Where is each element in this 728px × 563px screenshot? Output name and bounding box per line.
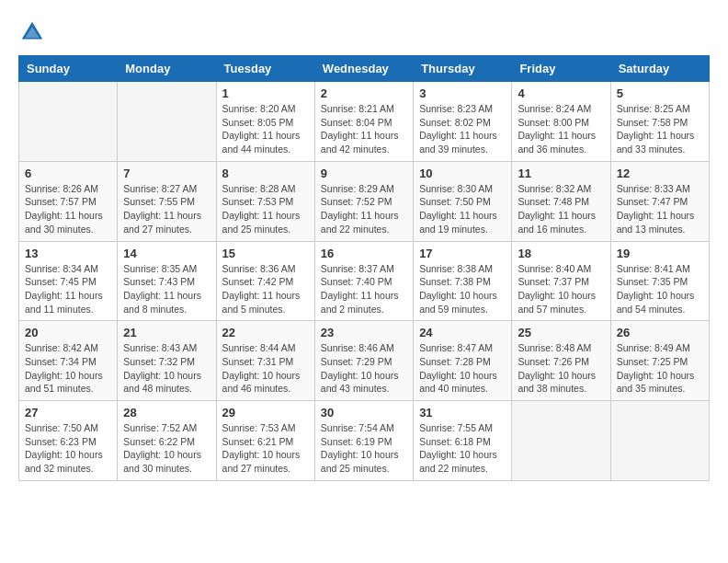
- calendar-cell: 18Sunrise: 8:40 AM Sunset: 7:37 PM Dayli…: [512, 241, 610, 321]
- day-number: 22: [222, 326, 309, 339]
- calendar-cell: 25Sunrise: 8:48 AM Sunset: 7:26 PM Dayli…: [512, 321, 610, 401]
- day-number: 29: [222, 406, 309, 419]
- calendar-cell: 29Sunrise: 7:53 AM Sunset: 6:21 PM Dayli…: [216, 401, 314, 481]
- day-detail: Sunrise: 8:23 AM Sunset: 8:02 PM Dayligh…: [419, 102, 506, 156]
- day-number: 19: [617, 247, 703, 260]
- calendar-cell: 14Sunrise: 8:35 AM Sunset: 7:43 PM Dayli…: [118, 241, 216, 321]
- day-detail: Sunrise: 7:54 AM Sunset: 6:19 PM Dayligh…: [321, 421, 407, 476]
- day-number: 10: [419, 167, 506, 180]
- day-number: 20: [25, 326, 111, 339]
- weekday-header: Thursday: [414, 56, 512, 82]
- calendar-week-row: 6Sunrise: 8:26 AM Sunset: 7:57 PM Daylig…: [19, 161, 710, 241]
- weekday-header: Sunday: [19, 56, 118, 82]
- calendar-cell: 3Sunrise: 8:23 AM Sunset: 8:02 PM Daylig…: [414, 82, 512, 162]
- calendar-cell: 1Sunrise: 8:20 AM Sunset: 8:05 PM Daylig…: [216, 82, 314, 162]
- day-number: 28: [123, 406, 210, 419]
- day-detail: Sunrise: 8:43 AM Sunset: 7:32 PM Dayligh…: [123, 341, 210, 396]
- day-detail: Sunrise: 8:27 AM Sunset: 7:55 PM Dayligh…: [123, 182, 210, 236]
- day-detail: Sunrise: 8:41 AM Sunset: 7:35 PM Dayligh…: [617, 262, 703, 316]
- calendar-cell: 16Sunrise: 8:37 AM Sunset: 7:40 PM Dayli…: [314, 241, 413, 321]
- day-number: 17: [419, 247, 506, 260]
- day-detail: Sunrise: 8:25 AM Sunset: 7:58 PM Dayligh…: [617, 102, 703, 156]
- calendar-cell: 7Sunrise: 8:27 AM Sunset: 7:55 PM Daylig…: [118, 161, 216, 241]
- calendar-cell: [610, 401, 709, 481]
- day-detail: Sunrise: 8:35 AM Sunset: 7:43 PM Dayligh…: [123, 262, 210, 316]
- day-detail: Sunrise: 7:50 AM Sunset: 6:23 PM Dayligh…: [25, 421, 111, 476]
- day-number: 25: [518, 326, 604, 339]
- day-detail: Sunrise: 8:26 AM Sunset: 7:57 PM Dayligh…: [25, 182, 111, 236]
- calendar-cell: 28Sunrise: 7:52 AM Sunset: 6:22 PM Dayli…: [118, 401, 216, 481]
- day-detail: Sunrise: 7:52 AM Sunset: 6:22 PM Dayligh…: [123, 421, 210, 476]
- calendar-cell: 12Sunrise: 8:33 AM Sunset: 7:47 PM Dayli…: [610, 161, 709, 241]
- day-number: 15: [222, 247, 309, 260]
- calendar-cell: 2Sunrise: 8:21 AM Sunset: 8:04 PM Daylig…: [314, 82, 413, 162]
- calendar-cell: [512, 401, 610, 481]
- calendar-cell: 27Sunrise: 7:50 AM Sunset: 6:23 PM Dayli…: [19, 401, 118, 481]
- logo-icon: [18, 18, 46, 46]
- calendar-cell: 13Sunrise: 8:34 AM Sunset: 7:45 PM Dayli…: [19, 241, 118, 321]
- day-number: 2: [321, 86, 407, 100]
- day-detail: Sunrise: 8:42 AM Sunset: 7:34 PM Dayligh…: [25, 341, 111, 396]
- calendar-cell: 5Sunrise: 8:25 AM Sunset: 7:58 PM Daylig…: [610, 82, 709, 162]
- calendar-cell: 10Sunrise: 8:30 AM Sunset: 7:50 PM Dayli…: [414, 161, 512, 241]
- day-detail: Sunrise: 8:21 AM Sunset: 8:04 PM Dayligh…: [321, 102, 407, 156]
- day-number: 5: [617, 86, 703, 100]
- day-detail: Sunrise: 8:47 AM Sunset: 7:28 PM Dayligh…: [419, 341, 506, 396]
- weekday-header: Tuesday: [216, 56, 314, 82]
- day-detail: Sunrise: 8:46 AM Sunset: 7:29 PM Dayligh…: [321, 341, 407, 396]
- day-detail: Sunrise: 8:38 AM Sunset: 7:38 PM Dayligh…: [419, 262, 506, 316]
- weekday-header: Saturday: [610, 56, 709, 82]
- day-detail: Sunrise: 8:36 AM Sunset: 7:42 PM Dayligh…: [222, 262, 309, 316]
- calendar-cell: 26Sunrise: 8:49 AM Sunset: 7:25 PM Dayli…: [610, 321, 709, 401]
- day-number: 27: [25, 406, 111, 419]
- day-detail: Sunrise: 7:55 AM Sunset: 6:18 PM Dayligh…: [419, 421, 506, 476]
- day-number: 30: [321, 406, 407, 419]
- calendar-cell: 30Sunrise: 7:54 AM Sunset: 6:19 PM Dayli…: [314, 401, 413, 481]
- day-number: 23: [321, 326, 407, 339]
- header: [18, 18, 710, 46]
- calendar-header-row: SundayMondayTuesdayWednesdayThursdayFrid…: [19, 56, 710, 82]
- day-number: 26: [617, 326, 703, 339]
- day-number: 9: [321, 167, 407, 180]
- calendar-cell: 9Sunrise: 8:29 AM Sunset: 7:52 PM Daylig…: [314, 161, 413, 241]
- calendar: SundayMondayTuesdayWednesdayThursdayFrid…: [18, 55, 710, 481]
- calendar-cell: 17Sunrise: 8:38 AM Sunset: 7:38 PM Dayli…: [414, 241, 512, 321]
- calendar-cell: [118, 82, 216, 162]
- day-detail: Sunrise: 8:30 AM Sunset: 7:50 PM Dayligh…: [419, 182, 506, 236]
- calendar-week-row: 13Sunrise: 8:34 AM Sunset: 7:45 PM Dayli…: [19, 241, 710, 321]
- day-detail: Sunrise: 8:32 AM Sunset: 7:48 PM Dayligh…: [518, 182, 604, 236]
- calendar-cell: 21Sunrise: 8:43 AM Sunset: 7:32 PM Dayli…: [118, 321, 216, 401]
- day-number: 16: [321, 247, 407, 260]
- day-number: 21: [123, 326, 210, 339]
- day-detail: Sunrise: 8:49 AM Sunset: 7:25 PM Dayligh…: [617, 341, 703, 396]
- calendar-cell: 15Sunrise: 8:36 AM Sunset: 7:42 PM Dayli…: [216, 241, 314, 321]
- day-number: 3: [419, 86, 506, 100]
- day-detail: Sunrise: 8:29 AM Sunset: 7:52 PM Dayligh…: [321, 182, 407, 236]
- weekday-header: Wednesday: [314, 56, 413, 82]
- day-detail: Sunrise: 8:34 AM Sunset: 7:45 PM Dayligh…: [25, 262, 111, 316]
- calendar-cell: 19Sunrise: 8:41 AM Sunset: 7:35 PM Dayli…: [610, 241, 709, 321]
- day-number: 1: [222, 86, 309, 100]
- calendar-cell: 24Sunrise: 8:47 AM Sunset: 7:28 PM Dayli…: [414, 321, 512, 401]
- day-detail: Sunrise: 8:28 AM Sunset: 7:53 PM Dayligh…: [222, 182, 309, 236]
- weekday-header: Monday: [118, 56, 216, 82]
- calendar-cell: 31Sunrise: 7:55 AM Sunset: 6:18 PM Dayli…: [414, 401, 512, 481]
- calendar-cell: 4Sunrise: 8:24 AM Sunset: 8:00 PM Daylig…: [512, 82, 610, 162]
- day-number: 24: [419, 326, 506, 339]
- day-number: 31: [419, 406, 506, 419]
- day-detail: Sunrise: 8:40 AM Sunset: 7:37 PM Dayligh…: [518, 262, 604, 316]
- day-detail: Sunrise: 8:48 AM Sunset: 7:26 PM Dayligh…: [518, 341, 604, 396]
- day-number: 12: [617, 167, 703, 180]
- day-number: 4: [518, 86, 604, 100]
- calendar-cell: 22Sunrise: 8:44 AM Sunset: 7:31 PM Dayli…: [216, 321, 314, 401]
- day-detail: Sunrise: 7:53 AM Sunset: 6:21 PM Dayligh…: [222, 421, 309, 476]
- day-number: 6: [25, 167, 111, 180]
- calendar-week-row: 20Sunrise: 8:42 AM Sunset: 7:34 PM Dayli…: [19, 321, 710, 401]
- day-number: 11: [518, 167, 604, 180]
- day-detail: Sunrise: 8:20 AM Sunset: 8:05 PM Dayligh…: [222, 102, 309, 156]
- calendar-week-row: 1Sunrise: 8:20 AM Sunset: 8:05 PM Daylig…: [19, 82, 710, 162]
- calendar-cell: 23Sunrise: 8:46 AM Sunset: 7:29 PM Dayli…: [314, 321, 413, 401]
- calendar-cell: [19, 82, 118, 162]
- weekday-header: Friday: [512, 56, 610, 82]
- day-number: 18: [518, 247, 604, 260]
